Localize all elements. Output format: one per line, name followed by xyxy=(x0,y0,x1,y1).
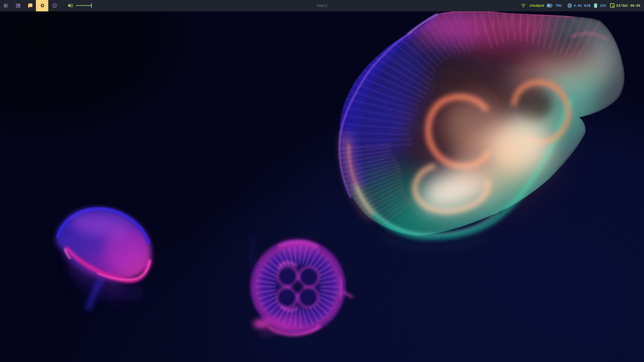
svg-text:@: @ xyxy=(54,4,56,8)
